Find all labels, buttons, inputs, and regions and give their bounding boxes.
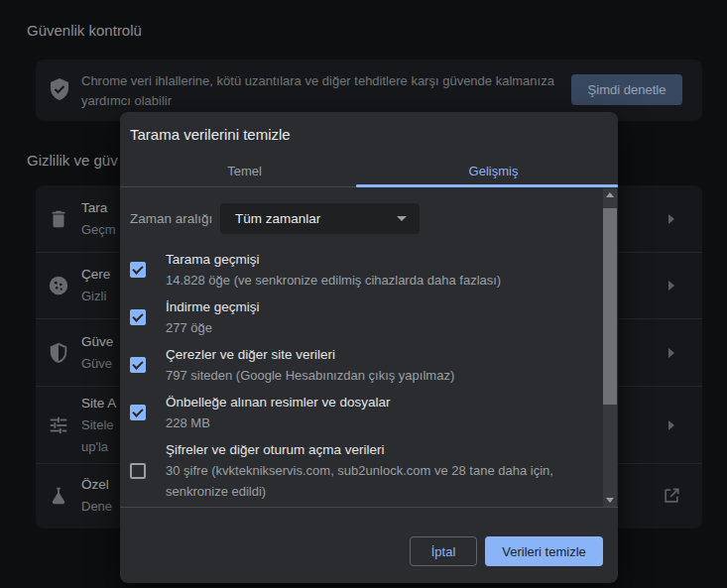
item-title: Önbelleğe alınan resimler ve dosyalar [166,392,391,412]
item-download-history[interactable]: İndirme geçmişi 277 öğe [120,294,618,341]
item-subtitle: 30 şifre (kvkteknikservis.com, sub2unloc… [166,460,580,502]
scrollbar-thumb[interactable] [603,208,617,405]
clear-browsing-data-dialog: Tarama verilerini temizle Temel Gelişmiş… [120,112,618,583]
checkbox[interactable] [130,405,146,420]
dialog-scroll-area: Zaman aralığı Tüm zamanlar Tarama geçmiş… [120,187,618,506]
tab-advanced[interactable]: Gelişmiş [369,159,618,186]
dialog-tabs: Temel Gelişmiş [120,159,618,187]
item-title: Çerezler ve diğer site verileri [166,344,454,365]
item-title: Tarama geçmişi [166,249,501,270]
data-type-list: Tarama geçmişi 14.828 öğe (ve senkronize… [120,246,618,505]
item-title: Şifreler ve diğer oturum açma verileri [166,439,580,460]
item-title: İndirme geçmişi [166,296,260,317]
item-subtitle: 14.828 öğe (ve senkronize edilmiş cihazl… [166,270,501,291]
dialog-scrollbar[interactable] [603,188,617,507]
item-browsing-history[interactable]: Tarama geçmişi 14.828 öğe (ve senkronize… [120,246,618,294]
item-passwords[interactable]: Şifreler ve diğer oturum açma verileri 3… [120,436,618,505]
time-range-value: Tüm zamanlar [235,211,320,226]
tab-basic[interactable]: Temel [120,159,369,186]
item-subtitle: 228 MB [166,412,391,433]
chrome-settings-page: Güvenlik kontrolü Chrome veri ihlallerin… [0,0,727,588]
item-cookies[interactable]: Çerezler ve diğer site verileri 797 site… [120,341,618,389]
item-subtitle: 797 siteden (Google Hesabınızdan çıkış y… [166,365,454,386]
chevron-down-icon [397,216,407,221]
cancel-button[interactable]: İptal [410,536,477,566]
dialog-footer: İptal Verileri temizle [120,507,618,583]
time-range-label: Zaman aralığı [130,211,212,226]
scroll-down-icon[interactable] [606,498,614,503]
dialog-title: Tarama verilerini temizle [120,112,618,144]
time-range-row: Zaman aralığı Tüm zamanlar [130,203,618,234]
checkbox[interactable] [130,357,146,373]
checkbox[interactable] [130,262,146,278]
checkbox[interactable] [130,309,146,325]
checkbox[interactable] [130,463,146,479]
time-range-select[interactable]: Tüm zamanlar [220,203,420,234]
scroll-up-icon[interactable] [606,192,614,197]
item-subtitle: 277 öğe [166,317,260,338]
item-cached-files[interactable]: Önbelleğe alınan resimler ve dosyalar 22… [120,389,618,436]
clear-data-button[interactable]: Verileri temizle [485,536,603,566]
